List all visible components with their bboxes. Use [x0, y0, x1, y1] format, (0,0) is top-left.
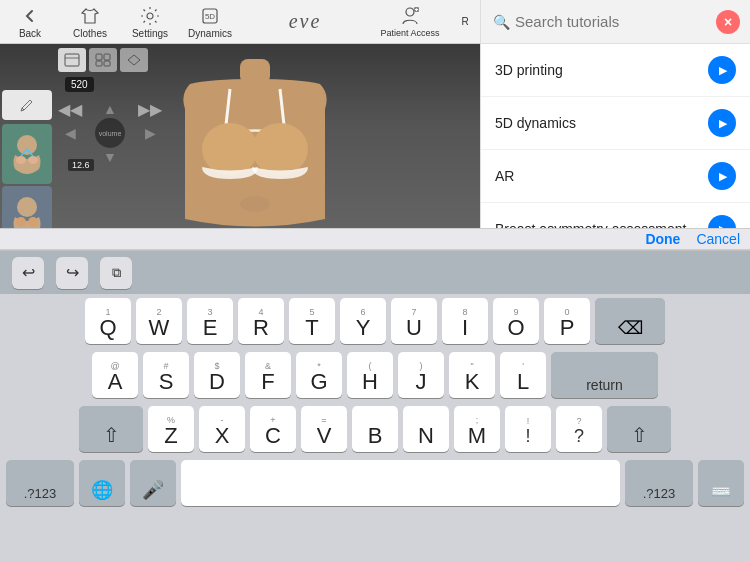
- svg-point-25: [202, 123, 258, 175]
- shift-right-key[interactable]: ⇧: [607, 406, 671, 452]
- mic-key[interactable]: 🎤: [130, 460, 176, 506]
- key-l[interactable]: 'L: [500, 352, 546, 398]
- svg-point-8: [16, 156, 26, 164]
- key-q[interactable]: 1Q: [85, 298, 131, 344]
- key-s[interactable]: #S: [143, 352, 189, 398]
- play-button[interactable]: [708, 162, 736, 190]
- play-button[interactable]: [708, 109, 736, 137]
- tutorial-list: 3D printing5D dynamicsARBreast asymmetry…: [481, 44, 750, 244]
- svg-point-27: [240, 196, 270, 212]
- key-a[interactable]: @A: [92, 352, 138, 398]
- tutorial-item[interactable]: AR: [481, 150, 750, 203]
- settings-button[interactable]: Settings: [120, 0, 180, 44]
- svg-point-26: [252, 123, 308, 175]
- play-button[interactable]: [708, 56, 736, 84]
- num-switch-key[interactable]: .?123: [6, 460, 74, 506]
- done-cancel-bar: Done Cancel: [0, 228, 750, 250]
- volume-control: 520: [65, 74, 94, 96]
- globe-key[interactable]: 🌐: [79, 460, 125, 506]
- key-g[interactable]: *G: [296, 352, 342, 398]
- keyboard-toolbar: ↩ ↪ ⧉: [0, 250, 750, 294]
- keyboard-icon-key[interactable]: ⌨️: [698, 460, 744, 506]
- r-button[interactable]: R: [450, 0, 480, 44]
- dynamics-icon: 5D: [199, 5, 221, 27]
- view-icon-2[interactable]: [89, 48, 117, 72]
- logo-area: eve: [240, 10, 370, 33]
- thumbnail-1[interactable]: [2, 124, 52, 184]
- clothes-button[interactable]: Clothes: [60, 0, 120, 44]
- tutorial-item[interactable]: 3D printing: [481, 44, 750, 97]
- period-switch-key[interactable]: .?123: [625, 460, 693, 506]
- space-key[interactable]: [181, 460, 620, 506]
- view-icon-1[interactable]: [58, 48, 86, 72]
- key-exclamation[interactable]: !!: [505, 406, 551, 452]
- settings-icon: [139, 5, 161, 27]
- dynamics-button[interactable]: 5D Dynamics: [180, 0, 240, 44]
- key-p[interactable]: 0P: [544, 298, 590, 344]
- key-row-bottom: .?123🌐🎤.?123⌨️: [3, 460, 747, 506]
- key-row-3: ⇧%Z-X+C=VBN;M!!??⇧: [3, 406, 747, 452]
- key-t[interactable]: 5T: [289, 298, 335, 344]
- key-question[interactable]: ??: [556, 406, 602, 452]
- copy-button[interactable]: ⧉: [100, 257, 132, 289]
- 3d-view[interactable]: 520 ◀◀ ▲ ▶▶ ◀ volume ▶ ▼ 12.6: [0, 44, 480, 248]
- r-label: R: [461, 16, 468, 27]
- svg-point-13: [16, 217, 26, 227]
- done-button[interactable]: Done: [645, 231, 680, 247]
- key-e[interactable]: 3E: [187, 298, 233, 344]
- close-button[interactable]: ×: [716, 10, 740, 34]
- tutorial-item[interactable]: 5D dynamics: [481, 97, 750, 150]
- key-row-1: 1Q2W3E4R5T6Y7U8I9O0P⌫: [3, 298, 747, 344]
- main-toolbar: Back Clothes Settings 5D Dynamics eve: [0, 0, 480, 44]
- cancel-button[interactable]: Cancel: [696, 231, 740, 247]
- svg-point-9: [28, 156, 38, 164]
- svg-rect-18: [96, 54, 102, 60]
- key-u[interactable]: 7U: [391, 298, 437, 344]
- svg-point-7: [17, 135, 37, 155]
- key-d[interactable]: $D: [194, 352, 240, 398]
- body-model-svg: [130, 49, 380, 248]
- edit-button[interactable]: [2, 90, 52, 120]
- search-icon: 🔍: [491, 12, 511, 32]
- key-r[interactable]: 4R: [238, 298, 284, 344]
- app-logo: eve: [289, 10, 322, 33]
- key-o[interactable]: 9O: [493, 298, 539, 344]
- key-n[interactable]: N: [403, 406, 449, 452]
- patient-access-button[interactable]: Patient Access: [370, 0, 450, 44]
- center-control[interactable]: volume: [95, 118, 125, 148]
- svg-text:5D: 5D: [205, 12, 215, 21]
- delete-key[interactable]: ⌫: [595, 298, 665, 344]
- key-h[interactable]: (H: [347, 352, 393, 398]
- key-j[interactable]: )J: [398, 352, 444, 398]
- key-z[interactable]: %Z: [148, 406, 194, 452]
- back-button[interactable]: Back: [0, 0, 60, 44]
- back-icon: [19, 5, 41, 27]
- size-badge: 12.6: [68, 159, 94, 171]
- key-c[interactable]: +C: [250, 406, 296, 452]
- key-k[interactable]: "K: [449, 352, 495, 398]
- key-row-2: @A#S$D&F*G(H)J"K'Lreturn: [3, 352, 747, 398]
- return-key[interactable]: return: [551, 352, 658, 398]
- svg-point-3: [406, 8, 414, 16]
- key-v[interactable]: =V: [301, 406, 347, 452]
- keyboard-area: ↩ ↪ ⧉ 1Q2W3E4R5T6Y7U8I9O0P⌫ @A#S$D&F*G(H…: [0, 250, 750, 562]
- svg-point-0: [147, 13, 153, 19]
- key-f[interactable]: &F: [245, 352, 291, 398]
- redo-button[interactable]: ↪: [56, 257, 88, 289]
- key-m[interactable]: ;M: [454, 406, 500, 452]
- clothes-icon: [79, 5, 101, 27]
- shift-left-key[interactable]: ⇧: [79, 406, 143, 452]
- svg-rect-16: [65, 54, 79, 66]
- key-y[interactable]: 6Y: [340, 298, 386, 344]
- right-toolbar: Patient Access R: [370, 0, 480, 44]
- key-i[interactable]: 8I: [442, 298, 488, 344]
- key-b[interactable]: B: [352, 406, 398, 452]
- keys-container: 1Q2W3E4R5T6Y7U8I9O0P⌫ @A#S$D&F*G(H)J"K'L…: [0, 294, 750, 562]
- key-x[interactable]: -X: [199, 406, 245, 452]
- app-area: Back Clothes Settings 5D Dynamics eve: [0, 0, 480, 248]
- search-bar: 🔍 ×: [481, 0, 750, 44]
- key-w[interactable]: 2W: [136, 298, 182, 344]
- undo-button[interactable]: ↩: [12, 257, 44, 289]
- search-input[interactable]: [515, 13, 716, 30]
- svg-rect-19: [104, 54, 110, 60]
